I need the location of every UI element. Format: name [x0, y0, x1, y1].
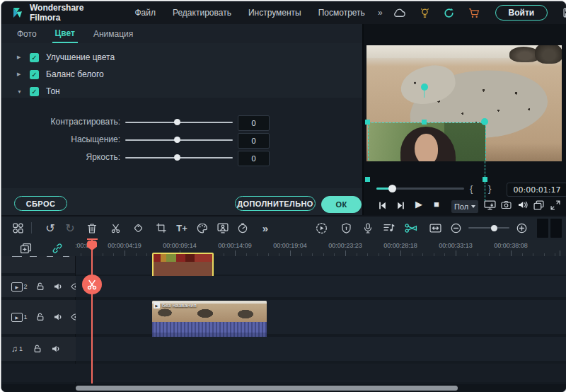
add-text-icon[interactable]: T+ [173, 217, 191, 239]
cloud-icon[interactable] [393, 8, 406, 18]
saturation-value[interactable]: 0 [238, 133, 270, 149]
play-button[interactable]: ▶ [415, 199, 422, 209]
media-blocks-icon[interactable] [8, 217, 27, 239]
expand-right-icon[interactable]: ▶ [17, 54, 23, 60]
playback-progress[interactable] [376, 188, 464, 190]
tab-animation[interactable]: Анимация [91, 25, 136, 42]
stop-button[interactable]: ■ [434, 199, 439, 209]
tab-color[interactable]: Цвет [52, 25, 78, 43]
delete-icon[interactable] [83, 217, 101, 239]
track-lane-audio1[interactable] [76, 337, 566, 361]
mark-out-brace[interactable]: } [488, 183, 491, 194]
green-screen-icon[interactable] [214, 217, 232, 239]
manage-tracks-icon[interactable] [20, 243, 32, 254]
zoom-out-icon[interactable] [446, 217, 465, 239]
progress-thumb[interactable] [388, 185, 396, 192]
slider-thumb[interactable] [174, 119, 180, 125]
contrast-value[interactable]: 0 [238, 115, 270, 131]
section-white-balance[interactable]: ▶ ✓ Баланс белого [1, 66, 362, 83]
reset-button[interactable]: СБРОС [14, 196, 67, 211]
section-color-enhance[interactable]: ▶ ✓ Улучшение цвета [1, 49, 362, 66]
playhead-line[interactable] [91, 240, 93, 384]
handle-bottom-left[interactable] [365, 177, 370, 182]
menu-edit[interactable]: Редактировать [164, 8, 240, 18]
track-lane-empty[interactable] [1, 364, 566, 382]
track-lane-video1[interactable]: ▶ без названия [76, 300, 566, 334]
rotate-handle[interactable] [421, 83, 428, 91]
brightness-slider[interactable] [125, 157, 233, 158]
checkbox-color-enhance[interactable]: ✓ [30, 53, 39, 62]
audio-mixer-icon[interactable] [380, 217, 398, 239]
advanced-button[interactable]: ДОПОЛНИТЕЛЬНО [235, 196, 316, 211]
next-frame-button[interactable] [396, 201, 405, 210]
previous-frame-button[interactable] [378, 201, 387, 210]
sync-icon[interactable] [444, 8, 454, 18]
expand-right-icon[interactable]: ▶ [17, 71, 23, 77]
zoom-slider-thumb[interactable] [491, 225, 497, 231]
speed-clock-icon[interactable] [233, 217, 252, 239]
mute-icon[interactable] [50, 313, 67, 321]
scrollbar-thumb[interactable] [76, 386, 458, 391]
handle-top-right[interactable] [481, 118, 488, 125]
menu-overflow-chevron[interactable]: » [374, 8, 387, 18]
menu-tools[interactable]: Инструменты [240, 8, 310, 18]
redo-icon[interactable]: ↻ [61, 217, 79, 239]
zoom-in-icon[interactable] [512, 217, 531, 239]
timeline-ruler[interactable]: 00:00:00 00:00:04:19 00:00:09:14 00:00:1… [76, 240, 566, 256]
selection-box[interactable] [368, 122, 486, 161]
more-tools-chevron[interactable]: » [256, 217, 275, 239]
menu-view[interactable]: Посмотреть [310, 8, 374, 18]
handle-top-center[interactable] [422, 120, 427, 125]
undo-icon[interactable]: ↺ [41, 217, 59, 239]
split-scissors-icon[interactable] [106, 217, 125, 239]
expand-down-icon[interactable]: ▼ [17, 89, 23, 94]
checkbox-white-balance[interactable]: ✓ [30, 70, 39, 79]
snapshot-camera-icon[interactable] [501, 200, 512, 209]
tab-photo[interactable]: Фото [14, 25, 40, 42]
ok-button[interactable]: ОК [321, 196, 362, 213]
cart-icon[interactable] [468, 8, 480, 18]
quick-split-icon[interactable] [402, 217, 420, 239]
preview-zoom-dropdown[interactable]: Пол [451, 200, 478, 213]
lock-icon[interactable] [32, 282, 50, 291]
main-clip[interactable]: ▶ без названия [152, 301, 267, 338]
save-icon[interactable] [563, 8, 566, 18]
mute-icon[interactable] [50, 282, 67, 291]
slider-row-contrast: Контрастировать: 0 [1, 115, 362, 129]
video-preview[interactable] [366, 45, 562, 161]
render-preview-icon[interactable] [312, 217, 330, 239]
slider-thumb[interactable] [174, 137, 180, 143]
shield-icon[interactable] [337, 217, 355, 239]
tips-bulb-icon[interactable] [420, 8, 429, 18]
split-playhead-button[interactable] [82, 275, 102, 294]
layers-icon[interactable] [533, 200, 544, 210]
horizontal-scrollbar[interactable] [1, 384, 566, 392]
track-lane-video2[interactable] [76, 276, 566, 297]
fit-timeline-icon[interactable] [426, 217, 444, 239]
color-palette-icon[interactable] [193, 217, 212, 239]
link-clips-icon[interactable] [52, 243, 63, 254]
dual-monitor-icon[interactable] [484, 200, 496, 210]
lock-icon[interactable] [28, 345, 47, 353]
saturation-slider[interactable] [125, 139, 233, 141]
keyframe-panel-toggle[interactable] [537, 219, 548, 238]
microphone-icon[interactable] [359, 217, 377, 239]
track-lane-partial[interactable] [76, 256, 566, 275]
menu-file[interactable]: Файл [126, 8, 164, 18]
mute-icon[interactable] [47, 345, 65, 353]
marker-tag-icon[interactable] [129, 217, 147, 239]
contrast-slider[interactable] [125, 122, 233, 123]
brightness-value[interactable]: 0 [238, 151, 270, 166]
checkbox-tone[interactable]: ✓ [30, 87, 39, 96]
keyframe-panel-toggle[interactable] [550, 219, 562, 238]
fullscreen-icon[interactable] [550, 200, 560, 210]
video-track-icon: ▶ [11, 313, 23, 322]
handle-top-left[interactable] [365, 120, 370, 125]
login-button[interactable]: Войти [495, 5, 548, 21]
mark-in-brace[interactable]: { [470, 183, 473, 194]
timeline-zoom-slider[interactable] [468, 227, 509, 229]
lock-icon[interactable] [32, 313, 50, 321]
crop-icon[interactable] [152, 217, 171, 239]
volume-icon[interactable] [518, 200, 528, 209]
slider-thumb[interactable] [174, 154, 180, 161]
